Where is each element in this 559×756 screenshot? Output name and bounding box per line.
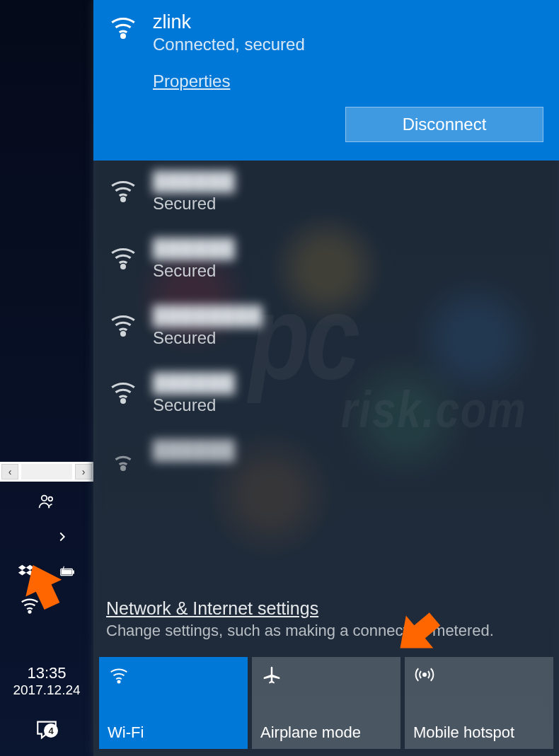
svg-point-9: [122, 332, 125, 336]
wifi-tile[interactable]: Wi-Fi: [99, 657, 248, 749]
network-name-blurred: ██████: [153, 372, 236, 394]
tile-label: Wi-Fi: [108, 723, 239, 742]
available-networks-list: ██████Secured ██████Secured ████████Secu…: [93, 161, 559, 591]
svg-point-8: [122, 265, 125, 269]
wifi-icon: [106, 443, 140, 472]
wifi-icon: [106, 376, 140, 405]
svg-point-12: [118, 681, 120, 683]
scroll-thumb[interactable]: [21, 464, 72, 479]
connected-network-name: zlink: [153, 11, 305, 33]
disconnect-button[interactable]: Disconnect: [345, 107, 543, 142]
network-name-blurred: ██████: [153, 439, 236, 461]
scroll-right-button[interactable]: ›: [75, 464, 92, 479]
clock-time: 13:35: [0, 664, 93, 682]
svg-point-1: [48, 497, 52, 501]
network-item[interactable]: ██████: [106, 439, 546, 472]
wifi-icon: [106, 11, 140, 40]
settings-section: Network & Internet settings Change setti…: [93, 591, 559, 651]
clock-date: 2017.12.24: [0, 682, 93, 698]
hotspot-icon: [413, 664, 545, 688]
quick-action-tiles: Wi-Fi Airplane mode Mobile hotspot: [93, 651, 559, 756]
wifi-icon: [106, 242, 140, 270]
svg-point-13: [423, 673, 426, 676]
settings-description: Change settings, such as making a connec…: [106, 622, 546, 640]
tile-label: Airplane mode: [260, 723, 392, 742]
svg-point-7: [122, 198, 125, 202]
clock[interactable]: 13:35 2017.12.24: [0, 657, 93, 708]
network-status: Secured: [153, 328, 263, 348]
network-item[interactable]: ██████Secured: [106, 170, 546, 214]
network-item[interactable]: ██████Secured: [106, 372, 546, 415]
network-flyout: pcrisk.com zlink Connected, secured Prop…: [93, 0, 559, 756]
airplane-mode-tile[interactable]: Airplane mode: [252, 657, 400, 749]
airplane-icon: [260, 664, 392, 688]
wifi-icon: [108, 664, 239, 688]
network-item[interactable]: ████████Secured: [106, 305, 546, 348]
svg-point-5: [29, 611, 31, 613]
mobile-hotspot-tile[interactable]: Mobile hotspot: [405, 657, 553, 749]
connected-network-panel[interactable]: zlink Connected, secured Properties Disc…: [93, 0, 559, 161]
taskbar-scroll-controls: ‹ ›: [0, 462, 93, 482]
people-icon[interactable]: [35, 490, 58, 513]
network-name-blurred: ██████: [153, 170, 236, 192]
dropbox-icon[interactable]: [15, 561, 38, 583]
network-item[interactable]: ██████Secured: [106, 238, 546, 281]
wifi-icon: [106, 175, 140, 203]
battery-icon[interactable]: [56, 561, 79, 583]
wifi-icon: [106, 309, 140, 337]
network-status: Secured: [153, 194, 236, 214]
svg-point-0: [42, 496, 47, 501]
taskbar: ‹ › 13:35 2017.12.24 4: [0, 0, 93, 756]
scroll-left-button[interactable]: ‹: [1, 464, 18, 479]
notification-badge: 4: [44, 723, 58, 738]
tile-label: Mobile hotspot: [413, 723, 545, 742]
svg-point-11: [122, 467, 125, 470]
network-status: Secured: [153, 261, 236, 281]
wifi-tray-icon[interactable]: [18, 593, 41, 616]
action-center-icon[interactable]: 4: [0, 708, 93, 756]
network-name-blurred: ██████: [153, 238, 236, 260]
svg-point-6: [122, 35, 125, 38]
network-name-blurred: ████████: [153, 305, 263, 327]
properties-link[interactable]: Properties: [153, 71, 230, 91]
svg-point-10: [122, 400, 125, 403]
expand-tray-icon[interactable]: [51, 525, 74, 548]
network-status: Secured: [153, 395, 236, 415]
connected-network-status: Connected, secured: [153, 35, 305, 54]
network-settings-link[interactable]: Network & Internet settings: [106, 598, 318, 618]
svg-rect-3: [72, 571, 74, 574]
